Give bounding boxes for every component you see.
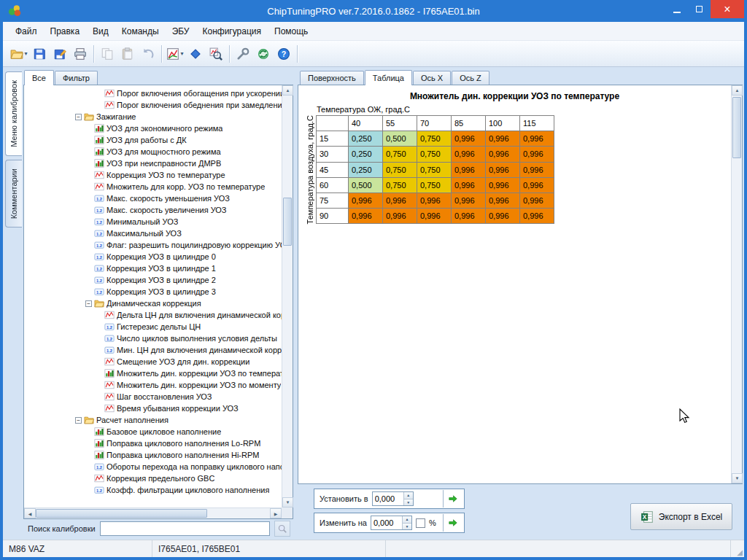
- tree-item[interactable]: Дельта ЦН для включения динамической кор…: [24, 309, 282, 321]
- column-header[interactable]: 70: [417, 116, 452, 131]
- change-value-input[interactable]: [371, 516, 402, 529]
- row-header[interactable]: 90: [317, 209, 349, 224]
- right-tab-1[interactable]: Таблица: [365, 70, 412, 85]
- tree-item[interactable]: Поправка циклового наполнения Hi-RPM: [24, 449, 282, 461]
- search-button[interactable]: [274, 521, 290, 537]
- tree-item[interactable]: Множитель для корр. УОЗ по температуре: [24, 181, 282, 192]
- tree-item[interactable]: УОЗ для экономичного режима: [24, 122, 282, 134]
- help-button[interactable]: [274, 44, 294, 64]
- tools-button[interactable]: [233, 44, 253, 64]
- column-header[interactable]: 40: [349, 116, 383, 131]
- spin-down-icon[interactable]: ▼: [402, 524, 411, 530]
- column-header[interactable]: 85: [452, 116, 486, 131]
- tree-item[interactable]: Коррекция УОЗ в цилиндре 1: [24, 262, 282, 274]
- zoom-button[interactable]: [206, 44, 226, 64]
- map-cell[interactable]: 0,996: [452, 192, 486, 208]
- collapse-toggle-icon[interactable]: −: [85, 300, 92, 307]
- tree-item[interactable]: Гистерезис дельты ЦН: [24, 321, 282, 332]
- scroll-right-icon[interactable]: ▶: [270, 508, 282, 518]
- map-cell[interactable]: 0,996: [417, 209, 452, 224]
- scrollbar-thumb[interactable]: [732, 97, 741, 158]
- tree-item[interactable]: Коррекция УОЗ в цилиндре 3: [24, 286, 282, 298]
- map-cell[interactable]: 0,250: [349, 131, 383, 147]
- tree-item[interactable]: УОЗ для мощностного режима: [24, 146, 282, 158]
- map-cell[interactable]: 0,750: [417, 131, 452, 147]
- tree-item[interactable]: Шаг восстановления УОЗ: [24, 391, 282, 402]
- compare-button[interactable]: [185, 44, 206, 64]
- column-header[interactable]: 100: [486, 116, 520, 131]
- scrollbar-thumb[interactable]: [283, 198, 292, 246]
- scrollbar-track[interactable]: [36, 508, 270, 518]
- left-tab-0[interactable]: Все: [24, 70, 54, 85]
- collapse-toggle-icon[interactable]: −: [75, 417, 82, 424]
- scrollbar-track[interactable]: [282, 96, 293, 497]
- row-header[interactable]: 45: [317, 162, 349, 177]
- map-cell[interactable]: 0,996: [520, 209, 554, 224]
- scroll-down-icon[interactable]: ▼: [732, 473, 743, 483]
- tree-item[interactable]: Коэфф. фильтрации циклового наполнения: [24, 484, 282, 496]
- tree-item[interactable]: −Зажигание: [24, 111, 282, 122]
- map-cell[interactable]: 0,250: [349, 162, 383, 177]
- row-header[interactable]: 15: [317, 131, 349, 147]
- tree-item[interactable]: УОЗ для работы с ДК: [24, 134, 282, 146]
- open-file-button[interactable]: ▾: [9, 44, 29, 64]
- tree-item[interactable]: Множитель дин. коррекции УОЗ по моменту: [24, 379, 282, 391]
- tree-item[interactable]: Поправка циклового наполнения Lo-RPM: [24, 438, 282, 449]
- maximize-button[interactable]: [688, 0, 711, 18]
- right-tab-2[interactable]: Ось X: [413, 71, 451, 85]
- menu-item-1[interactable]: Правка: [44, 23, 87, 39]
- tree-item[interactable]: Коррекция УОЗ в цилиндре 0: [24, 251, 282, 262]
- map-cell[interactable]: 0,500: [349, 177, 383, 192]
- tree-item[interactable]: Смещение УОЗ для дин. коррекции: [24, 356, 282, 368]
- collapse-toggle-icon[interactable]: −: [75, 114, 82, 120]
- map-cell[interactable]: 0,996: [486, 131, 520, 147]
- tree-item[interactable]: Флаг: разрешить поцилиндровую коррекцию …: [24, 239, 282, 251]
- tree-item[interactable]: Макс. скорость уменьшения УОЗ: [24, 192, 282, 204]
- column-header[interactable]: 115: [520, 116, 554, 131]
- apply-change-button[interactable]: [443, 514, 462, 532]
- tree-item[interactable]: Коррекция предельного GBC: [24, 472, 282, 484]
- map-cell[interactable]: 0,996: [349, 192, 383, 208]
- percent-checkbox[interactable]: [416, 518, 425, 528]
- tree-item[interactable]: Базовое цикловое наполнение: [24, 426, 282, 438]
- map-cell[interactable]: 0,996: [520, 131, 554, 147]
- tree-item[interactable]: Макс. скорость увеличения УОЗ: [24, 204, 282, 216]
- map-cell[interactable]: 0,996: [486, 147, 520, 162]
- spin-up-icon[interactable]: ▲: [402, 516, 411, 524]
- minimize-button[interactable]: [665, 0, 688, 18]
- close-button[interactable]: ×: [711, 0, 744, 18]
- tree-item[interactable]: Время убывания коррекции УОЗ: [24, 402, 282, 414]
- tree-item[interactable]: Число циклов выполнения условия дельты: [24, 332, 282, 344]
- map-cell[interactable]: 0,996: [383, 209, 417, 224]
- map-cell[interactable]: 0,996: [520, 192, 554, 208]
- spin-up-icon[interactable]: ▲: [403, 492, 413, 499]
- scroll-up-icon[interactable]: ▲: [732, 85, 743, 96]
- map-cell[interactable]: 0,996: [486, 162, 520, 177]
- side-tab-1[interactable]: Комментарии: [5, 160, 22, 228]
- save-file-button[interactable]: [29, 44, 50, 64]
- left-tab-1[interactable]: Фильтр: [55, 71, 98, 85]
- tree-item[interactable]: −Расчет наполнения: [24, 414, 282, 426]
- set-value-input[interactable]: [373, 492, 403, 505]
- map-cell[interactable]: 0,250: [349, 147, 383, 162]
- update-button[interactable]: [253, 44, 274, 64]
- tree-item[interactable]: Порог включения обеднения при замедлении: [24, 99, 282, 111]
- apply-set-button[interactable]: [443, 490, 462, 508]
- spin-down-icon[interactable]: ▼: [403, 499, 413, 506]
- tree-item[interactable]: УОЗ при неисправности ДМРВ: [24, 158, 282, 169]
- map-cell[interactable]: 0,996: [520, 147, 554, 162]
- map-cell[interactable]: 0,996: [520, 177, 554, 192]
- map-cell[interactable]: 0,996: [452, 209, 486, 224]
- map-cell[interactable]: 0,996: [486, 209, 520, 224]
- column-header[interactable]: 55: [383, 116, 417, 131]
- right-tab-3[interactable]: Ось Z: [452, 71, 489, 85]
- tree-item[interactable]: −Динамическая коррекция: [24, 298, 282, 309]
- map-vertical-scrollbar[interactable]: ▲ ▼: [731, 85, 742, 483]
- map-cell[interactable]: 0,996: [452, 162, 486, 177]
- map-cell[interactable]: 0,996: [486, 192, 520, 208]
- menu-item-4[interactable]: ЭБУ: [166, 23, 196, 39]
- map-cell[interactable]: 0,750: [417, 147, 452, 162]
- map-cell[interactable]: 0,750: [383, 177, 417, 192]
- map-cell[interactable]: 0,750: [383, 147, 417, 162]
- tree-item[interactable]: Коррекция УОЗ в цилиндре 2: [24, 274, 282, 286]
